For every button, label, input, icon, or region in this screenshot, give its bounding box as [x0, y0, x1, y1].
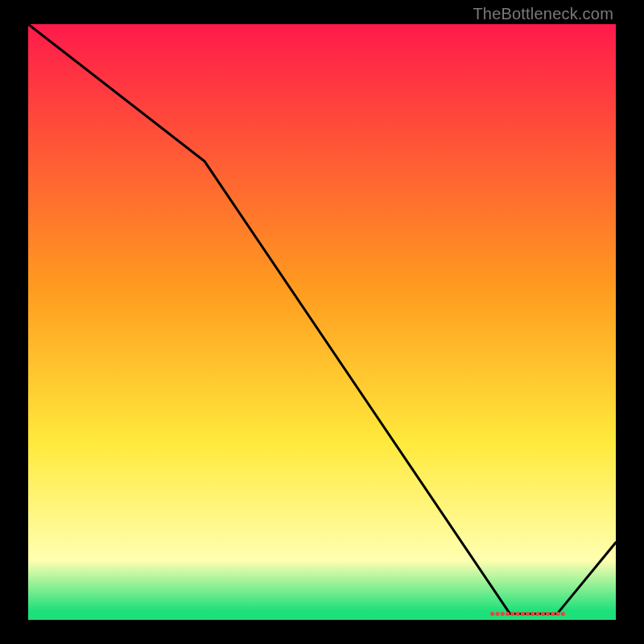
plateau-marker [546, 612, 550, 616]
plateau-marker [551, 612, 555, 616]
plateau-marker [521, 612, 525, 616]
plateau-marker [541, 612, 545, 616]
chart-stage: TheBottleneck.com [0, 0, 644, 644]
plateau-marker [515, 612, 519, 616]
plateau-marker [526, 612, 530, 616]
chart-line-layer [28, 24, 616, 620]
plateau-marker [555, 612, 559, 616]
plateau-marker [490, 612, 494, 616]
bottleneck-curve [28, 24, 616, 614]
plateau-marker [506, 612, 510, 616]
plateau-marker [535, 612, 539, 616]
plateau-markers [490, 612, 565, 616]
plateau-marker [510, 612, 514, 616]
plateau-marker [495, 612, 499, 616]
plateau-marker [530, 612, 535, 616]
plot-area [28, 24, 616, 620]
plateau-marker [561, 612, 565, 616]
attribution-label: TheBottleneck.com [473, 5, 613, 23]
plateau-marker [501, 612, 505, 616]
